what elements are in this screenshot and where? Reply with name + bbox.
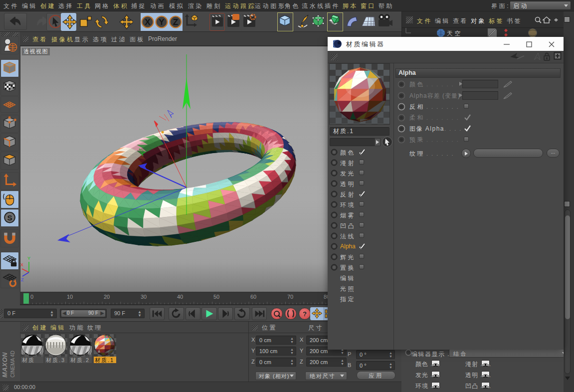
svg-text:X: X	[20, 262, 23, 267]
svg-text:S: S	[7, 213, 12, 222]
svg-text:30: 30	[141, 294, 147, 300]
svg-text:Y: Y	[159, 17, 165, 27]
svg-text:70: 70	[287, 294, 293, 300]
svg-text:X: X	[145, 17, 151, 27]
svg-text:?: ?	[303, 310, 307, 318]
svg-text:Z: Z	[173, 17, 178, 27]
svg-text:60: 60	[250, 294, 256, 300]
svg-text:Y: Y	[27, 256, 30, 261]
svg-text:20: 20	[104, 294, 110, 300]
svg-text:Z: Z	[21, 277, 24, 282]
svg-text:0: 0	[30, 294, 33, 300]
svg-text:40: 40	[177, 294, 183, 300]
svg-text:10: 10	[67, 294, 73, 300]
svg-text:50: 50	[213, 294, 219, 300]
